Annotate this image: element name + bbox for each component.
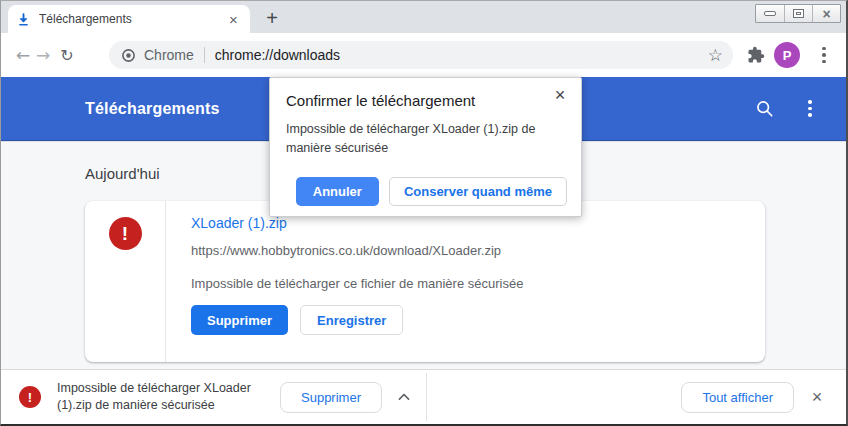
download-item-icon-column: ! [85,201,166,362]
browser-toolbar: ← → ↻ Chrome chrome://downloads ☆ P [1,33,846,77]
omnibox-separator [204,47,205,63]
reload-icon[interactable]: ↻ [55,46,79,65]
window-controls: × [755,4,841,23]
window-minimize-button[interactable] [756,5,784,22]
dialog-title: Confirmer le téléchargement [286,92,475,109]
download-item-card: ! XLoader (1).zip https://www.hobbytroni… [85,201,765,362]
download-favicon-icon [16,12,31,27]
browser-tab-downloads[interactable]: Téléchargements × [8,5,250,33]
extensions-icon[interactable] [747,46,765,64]
window-restore-button[interactable] [784,5,812,22]
dialog-keep-anyway-button[interactable]: Conserver quand même [389,177,567,206]
url-scheme-label: Chrome [144,47,194,63]
download-source-url: https://www.hobbytronics.co.uk/download/… [191,243,741,258]
restore-icon [793,9,804,18]
browser-window: Téléchargements × + × ← → ↻ Chrome chrom… [0,0,848,426]
shelf-close-icon[interactable]: × [806,387,828,408]
chrome-logo-icon[interactable] [121,48,136,63]
shelf-message: Impossible de télécharger XLoader (1).zi… [57,380,272,414]
search-icon [754,98,775,119]
error-icon: ! [109,217,142,250]
download-shelf: ! Impossible de télécharger XLoader (1).… [1,369,846,424]
profile-avatar[interactable]: P [774,42,800,68]
download-status-text: Impossible de télécharger ce fichier de … [191,276,741,291]
dialog-cancel-button[interactable]: Annuler [296,177,379,206]
delete-download-button[interactable]: Supprimer [191,305,288,335]
shelf-delete-button[interactable]: Supprimer [280,382,382,413]
confirm-download-dialog: Confirmer le téléchargement × Impossible… [269,77,582,217]
downloads-menu-icon[interactable] [790,89,830,129]
forward-icon[interactable]: → [33,45,53,65]
page-title: Téléchargements [85,100,220,118]
window-close-icon: × [822,7,830,21]
new-tab-button[interactable]: + [260,6,284,30]
tab-close-icon[interactable]: × [225,11,242,28]
chevron-up-icon[interactable] [392,387,416,407]
shelf-error-icon: ! [19,386,41,408]
minimize-icon [764,11,776,16]
back-icon[interactable]: ← [13,45,33,65]
url-text[interactable]: chrome://downloads [215,47,340,63]
keep-download-button[interactable]: Enregistrer [300,305,403,335]
window-close-button[interactable]: × [812,5,840,22]
dialog-message: Impossible de télécharger XLoader (1).zi… [286,120,571,158]
show-all-downloads-button[interactable]: Tout afficher [681,382,794,413]
tab-strip: Téléchargements × + × [1,1,846,33]
address-bar[interactable]: Chrome chrome://downloads ☆ [109,41,733,69]
tab-title: Téléchargements [39,12,225,26]
shelf-divider [426,373,427,421]
date-section-label: Aujourd'hui [85,165,160,182]
search-downloads-button[interactable] [744,89,784,129]
dialog-close-icon[interactable]: × [550,85,570,105]
browser-menu-icon[interactable] [812,47,836,64]
bookmark-star-icon[interactable]: ☆ [708,45,723,65]
download-filename-link[interactable]: XLoader (1).zip [191,215,741,231]
